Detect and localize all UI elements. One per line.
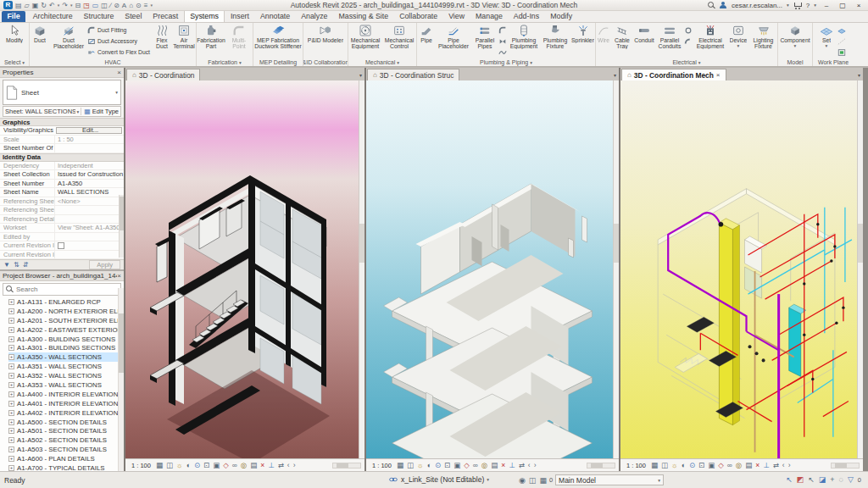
property-row[interactable]: Edited by bbox=[0, 233, 124, 242]
expand-icon[interactable]: + bbox=[8, 401, 14, 407]
select-pinned-icon[interactable]: ↖ bbox=[808, 475, 815, 484]
hide-analytical-icon[interactable]: × bbox=[755, 462, 760, 469]
expand-icon[interactable]: + bbox=[8, 345, 14, 351]
select-underlay-icon[interactable]: ◩ bbox=[797, 475, 804, 484]
tab-list-icon[interactable]: ▾ bbox=[614, 72, 616, 78]
scale-button[interactable]: 1 : 100 bbox=[370, 461, 394, 470]
sheet-item[interactable]: + A1-A503 - SECTION DETAILS bbox=[8, 445, 124, 454]
cable-tray-fitting-button[interactable] bbox=[684, 36, 693, 47]
user-dropdown-icon[interactable]: ▾ bbox=[787, 3, 789, 8]
convert-to-flex-duct-button[interactable]: Convert to Flex Duct bbox=[87, 47, 152, 58]
help-dropdown-icon[interactable]: ▾ bbox=[814, 3, 816, 8]
hide-isolate-icon[interactable]: ∞ bbox=[473, 462, 478, 469]
sheet-item[interactable]: + A1-A502 - SECTION DETAILS bbox=[8, 435, 124, 445]
link-dropdown-icon[interactable]: ▾ bbox=[487, 477, 489, 482]
sheet-item[interactable]: + A1-A301 - BUILDING SECTIONS bbox=[8, 343, 124, 352]
tab-annotate[interactable]: Annotate bbox=[254, 11, 295, 22]
property-row[interactable]: Scale 1 : 50 bbox=[0, 136, 124, 145]
horizontal-scrollbar[interactable] bbox=[332, 463, 361, 469]
shadows-icon[interactable]: ◐ bbox=[186, 462, 191, 469]
minimize-button[interactable]: – bbox=[821, 2, 832, 9]
panel-label-model[interactable]: Model bbox=[778, 58, 812, 66]
undo-icon[interactable]: ↶ bbox=[49, 2, 55, 9]
rendering-icon[interactable]: ⊙ bbox=[435, 462, 441, 469]
sheet-item[interactable]: + A1-A400 - INTERIOR ELEVATIONS bbox=[8, 390, 124, 399]
visual-style-icon[interactable]: ◫ bbox=[661, 462, 668, 469]
panel-label-electrical[interactable]: Electrical▾ bbox=[596, 58, 777, 66]
view-tab-coordination-struc[interactable]: ⌂ 3D - Coordination Struc bbox=[367, 69, 459, 80]
panel-label-hvac[interactable]: HVAC bbox=[30, 58, 196, 66]
pid-modeler-button[interactable]: P&ID Modeler bbox=[303, 23, 348, 58]
restore-button[interactable]: ▢ bbox=[837, 2, 849, 9]
tab-analyze[interactable]: Analyze bbox=[296, 11, 333, 22]
parallel-pipes-button[interactable]: Parallel Pipes bbox=[471, 23, 498, 58]
property-row[interactable]: Sheet Name WALL SECTIONS bbox=[0, 188, 124, 197]
vertical-scrollbar[interactable] bbox=[359, 80, 364, 458]
tab-list-icon[interactable]: ▾ bbox=[858, 72, 860, 78]
sheet-item[interactable]: + A1-A350 - WALL SECTIONS bbox=[8, 352, 124, 362]
parallel-conduits-button[interactable]: Parallel Conduits bbox=[655, 23, 684, 58]
active-workset-combo[interactable]: Main Model ▾ bbox=[555, 474, 664, 485]
section-icon[interactable]: ⊙ bbox=[136, 2, 142, 9]
hide-analytical-icon[interactable]: × bbox=[501, 462, 505, 469]
show-crop-icon[interactable]: ▣ bbox=[453, 462, 460, 469]
hide-isolate-icon[interactable]: ∞ bbox=[232, 462, 237, 469]
unlock-view-icon[interactable]: ◇ bbox=[223, 462, 229, 469]
filter-icon[interactable]: ▽ bbox=[848, 475, 854, 484]
panel-label-work-plane[interactable]: Work Plane bbox=[813, 58, 854, 66]
visual-style-icon[interactable]: ◫ bbox=[407, 462, 414, 469]
panel-label-select[interactable]: Select▾ bbox=[0, 58, 29, 66]
background-processes-icon[interactable]: ◌ bbox=[839, 475, 843, 484]
expand-icon[interactable]: + bbox=[8, 336, 14, 342]
sheet-item[interactable]: + A1-A300 - BUILDING SECTIONS bbox=[8, 335, 124, 344]
expand-icon[interactable]: + bbox=[8, 373, 14, 379]
duct-button[interactable]: Duct bbox=[30, 23, 50, 58]
visual-style-icon[interactable]: ◫ bbox=[166, 462, 173, 469]
flex-duct-button[interactable]: Flex Duct bbox=[152, 23, 172, 58]
expand-icon[interactable]: + bbox=[8, 318, 14, 324]
scroll-left-icon[interactable]: ‹ bbox=[528, 462, 531, 469]
redo-dropdown-icon[interactable]: ▾ bbox=[70, 2, 73, 9]
property-value[interactable] bbox=[54, 206, 124, 214]
instance-dropdown-icon[interactable]: ▾ bbox=[77, 109, 80, 114]
selection-box-icon[interactable]: ▭ bbox=[92, 2, 99, 9]
properties-scrollbar[interactable] bbox=[119, 195, 124, 258]
canvas-coordination-struc[interactable] bbox=[366, 80, 619, 458]
expand-icon[interactable]: + bbox=[8, 308, 14, 314]
browser-search-box[interactable] bbox=[3, 283, 121, 296]
duct-fitting-button[interactable]: Duct Fitting bbox=[87, 25, 152, 36]
cable-tray-button[interactable]: Cable Tray bbox=[611, 23, 633, 58]
select-links-icon[interactable]: ↖ bbox=[786, 475, 793, 484]
sort-descending-icon[interactable]: ⇵ bbox=[23, 261, 29, 269]
viewer-button[interactable] bbox=[837, 47, 851, 58]
mechanical-launcher-icon[interactable]: ▾ bbox=[397, 60, 399, 65]
scale-button[interactable]: 1 : 100 bbox=[624, 461, 648, 470]
tab-modify[interactable]: Modify bbox=[545, 11, 578, 22]
print-icon[interactable]: ⊟ bbox=[75, 2, 81, 9]
tab-insert[interactable]: Insert bbox=[225, 11, 254, 22]
unlock-view-icon[interactable]: ◇ bbox=[718, 462, 724, 469]
app-menu-icon[interactable]: R bbox=[3, 1, 13, 9]
sheet-item[interactable]: + A1-A351 - WALL SECTIONS bbox=[8, 362, 124, 371]
tab-collaborate[interactable]: Collaborate bbox=[394, 11, 443, 22]
set-work-plane-button[interactable]: Set ▾ bbox=[815, 23, 837, 58]
shadows-icon[interactable]: ◐ bbox=[682, 462, 686, 469]
tag-icon[interactable]: ⊘ bbox=[114, 2, 120, 9]
hide-isolate-icon[interactable]: ∞ bbox=[727, 462, 732, 469]
tab-view[interactable]: View bbox=[443, 11, 470, 22]
group-header-graphics[interactable]: Graphics bbox=[0, 118, 124, 126]
electrical-equipment-button[interactable]: Electrical Equipment bbox=[693, 23, 727, 58]
property-value[interactable]: A1-A350 bbox=[54, 180, 124, 188]
property-value[interactable]: View "Sheet: A1-A350... bbox=[54, 224, 124, 232]
fabrication-launcher-icon[interactable]: ▾ bbox=[239, 60, 242, 65]
vertical-scrollbar[interactable] bbox=[857, 80, 863, 458]
properties-header[interactable]: Properties × bbox=[0, 68, 124, 78]
property-row[interactable]: Workset View "Sheet: A1-A350... bbox=[0, 224, 124, 233]
pipe-placeholder-button[interactable]: Pipe Placeholder bbox=[436, 23, 471, 58]
scroll-left-icon[interactable]: ‹ bbox=[782, 462, 785, 469]
plumbing-equipment-button[interactable]: Plumbing Equipment bbox=[508, 23, 540, 58]
sheet-item[interactable]: + A1-A131 - ENLARGED RCP bbox=[8, 297, 124, 307]
expand-icon[interactable]: + bbox=[8, 456, 14, 462]
worksharing-display-icon[interactable]: ⇄ bbox=[519, 462, 525, 469]
drag-on-selection-icon[interactable]: + bbox=[830, 475, 834, 484]
